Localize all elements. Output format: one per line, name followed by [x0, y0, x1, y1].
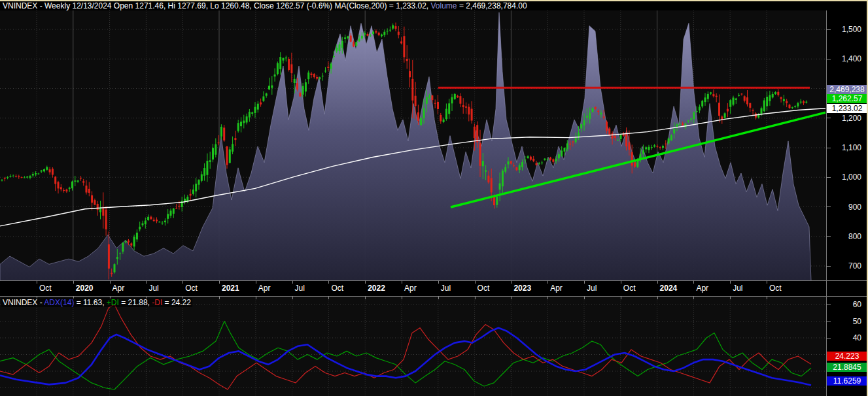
time-axis-tick: [402, 280, 402, 284]
time-axis-tick: [693, 280, 694, 284]
price-axis-label: 1,000: [826, 172, 861, 182]
time-axis-label: Apr: [404, 282, 417, 295]
volume-badge: 2,469,238: [827, 85, 867, 94]
time-axis-tick: [110, 280, 111, 284]
time-axis-tick: [146, 280, 147, 284]
indicator-axis-label: 40: [826, 333, 861, 343]
indicator-title-segment: = 11.63,: [74, 298, 106, 307]
indicator-title-segment: VNINDEX -: [3, 298, 44, 307]
price-axis-label: 700: [826, 261, 861, 271]
time-axis-label: Jul: [587, 282, 597, 295]
time-axis-label: 2023: [513, 282, 531, 295]
time-axis-tick: [292, 280, 293, 284]
adx-indicator-chart[interactable]: [0, 297, 826, 396]
time-axis-tick: [621, 280, 621, 284]
indicator-title: VNINDEX - ADX(14) = 11.63, +DI = 21.88, …: [1, 298, 192, 307]
time-axis-tick: [256, 296, 256, 299]
indicator-title-segment: = 24.22: [162, 298, 191, 307]
time-axis-tick: [584, 296, 585, 299]
time-axis-tick: [402, 296, 402, 299]
time-axis-tick: [438, 296, 439, 299]
indicator-axis-label: 50: [826, 316, 861, 327]
time-axis-label: Jul: [148, 282, 158, 295]
time-axis-label: Apr: [113, 282, 125, 295]
time-axis-tick: [328, 296, 329, 299]
indicator-axis-tick: [826, 338, 831, 338]
time-axis-tick: [730, 296, 731, 299]
window-border-top: [0, 0, 868, 1]
main-chart-title: VNINDEX - Weekly 12/13/2024 Open 1271.46…: [1, 1, 529, 10]
price-axis-tick: [826, 148, 831, 148]
time-axis-label: Oct: [185, 282, 198, 295]
price-axis-tick: [826, 118, 831, 118]
price-axis-label: 1,100: [826, 142, 861, 153]
time-axis-tick: [438, 280, 439, 284]
indicator-axis-tick: [826, 321, 831, 322]
indicator-title-segment: -DI: [152, 298, 162, 307]
price-axis-label: 900: [826, 202, 861, 212]
time-axis-tick: [328, 280, 329, 284]
time-axis-tick: [292, 296, 293, 299]
time-axis-tick: [547, 280, 548, 284]
time-axis-label: 2020: [76, 282, 94, 295]
indicator-axis-label: 60: [826, 299, 861, 310]
main-price-chart[interactable]: [0, 10, 826, 280]
time-axis-tick: [511, 296, 512, 299]
time-axis-tick: [182, 280, 183, 284]
close-badge: 1,262.57: [827, 94, 867, 103]
time-axis-tick: [657, 280, 658, 284]
indicator-title-segment: = 21.88,: [119, 298, 152, 307]
time-axis-tick: [767, 296, 767, 299]
time-axis-label: Jul: [733, 282, 742, 295]
time-axis-tick: [365, 296, 366, 299]
main-title-segment: = 2,469,238,784.00: [457, 1, 527, 10]
chart-window: VNINDEX - Weekly 12/13/2024 Open 1271.46…: [0, 0, 868, 396]
time-axis-label: Apr: [550, 282, 563, 295]
minus-di-badge: 24.223: [827, 352, 867, 361]
time-axis-tick: [475, 296, 476, 299]
plus-di-badge: 21.8845: [827, 363, 867, 372]
time-axis-tick: [37, 280, 37, 284]
time-axis-tick: [621, 296, 621, 299]
time-axis-label: Oct: [769, 282, 782, 295]
time-axis-tick: [219, 280, 220, 284]
indicator-title-segment: ADX(14): [44, 298, 74, 307]
price-axis-tick: [826, 206, 831, 207]
time-axis-label: Apr: [696, 282, 708, 295]
time-axis-label: Oct: [331, 282, 343, 295]
time-axis-tick: [547, 296, 548, 299]
time-axis-tick: [73, 280, 74, 284]
price-axis-label: 800: [826, 231, 861, 242]
time-axis-tick: [511, 280, 512, 284]
price-axis-label: 1,200: [826, 113, 861, 124]
time-axis-label: Oct: [623, 282, 636, 295]
time-axis-bottom-separator: [0, 296, 867, 297]
time-axis-label: Apr: [258, 282, 271, 295]
indicator-axis-tick: [826, 305, 831, 305]
price-axis-tick: [826, 236, 831, 237]
time-axis-tick: [657, 296, 658, 299]
price-axis-tick: [826, 266, 831, 267]
time-axis-label: Oct: [39, 282, 52, 295]
indicator-title-segment: +DI: [107, 298, 119, 307]
time-axis-tick: [219, 296, 220, 299]
time-axis-label: 2021: [222, 282, 239, 295]
ma-badge: 1,233.02: [827, 104, 867, 113]
price-axis-label: 1,500: [826, 24, 861, 35]
time-axis-tick: [584, 280, 585, 284]
time-axis-tick: [365, 280, 366, 284]
time-axis-tick: [475, 280, 476, 284]
time-axis-label: 2022: [368, 282, 385, 295]
time-axis-tick: [693, 296, 694, 299]
adx-badge: 11.6259: [827, 376, 867, 386]
price-axis-label: 1,400: [826, 54, 861, 64]
main-title-segment: Volume: [431, 1, 457, 10]
time-axis-tick: [730, 280, 731, 284]
price-axis-tick: [826, 29, 831, 30]
time-axis-tick: [256, 280, 256, 284]
time-axis-tick: [767, 280, 767, 284]
main-title-segment: VNINDEX - Weekly 12/13/2024 Open 1271.46…: [3, 1, 431, 10]
price-axis-tick: [826, 59, 831, 59]
time-axis-label: 2024: [660, 282, 678, 295]
time-axis-label: Jul: [295, 282, 305, 295]
